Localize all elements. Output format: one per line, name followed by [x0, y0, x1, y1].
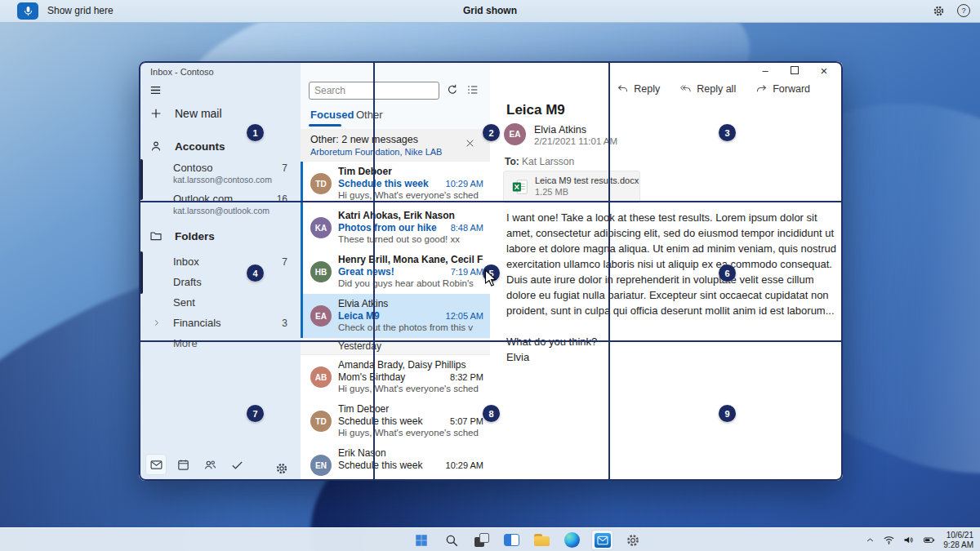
- people-nav-button[interactable]: [199, 454, 220, 475]
- window-title: Inbox - Contoso: [150, 67, 214, 77]
- settings-gear-icon: [626, 533, 640, 548]
- task-view-button[interactable]: [470, 530, 492, 550]
- message-actions: Reply Reply all Forward: [617, 82, 810, 95]
- hamburger-menu-button[interactable]: [149, 83, 163, 97]
- gear-icon: [275, 462, 288, 475]
- mail-nav-button[interactable]: [145, 454, 167, 475]
- screen: Show grid here Grid shown ? Inbox - Cont…: [0, 0, 980, 551]
- attachment-card[interactable]: Leica M9 test results.docx 1.25 MB: [503, 171, 640, 203]
- unread-indicator: [301, 206, 303, 250]
- battery-icon[interactable]: [922, 534, 936, 546]
- envelope-icon: [596, 534, 609, 547]
- avatar: AB: [310, 367, 332, 388]
- avatar: KA: [310, 217, 332, 238]
- unread-count: 7: [282, 256, 287, 268]
- file-explorer-icon: [534, 534, 550, 546]
- mail-sidebar: Inbox - Contoso New mail Accounts Contos…: [139, 61, 301, 481]
- message-body: I want one! Take a look at these test re…: [506, 210, 836, 365]
- taskbar: 10/6/21 9:28 AM: [0, 527, 980, 551]
- minimize-button[interactable]: –: [756, 63, 774, 78]
- filter-icon[interactable]: [466, 83, 479, 96]
- avatar: EN: [310, 455, 332, 476]
- unread-indicator: [301, 250, 303, 294]
- maximize-button[interactable]: [786, 63, 804, 78]
- date-divider: Yesterday: [301, 338, 490, 355]
- close-button[interactable]: ×: [815, 63, 833, 78]
- banner-sender-links[interactable]: Arboretum Foundation, Nike LAB: [310, 147, 442, 157]
- voice-status-text: Grid shown: [0, 5, 980, 16]
- message-item[interactable]: KA Katri Ahokas, Erik Nason Photos from …: [301, 206, 490, 251]
- widgets-button[interactable]: [501, 530, 523, 550]
- todo-nav-button[interactable]: [226, 454, 247, 475]
- settings-button[interactable]: [621, 530, 644, 550]
- unread-count: 7: [282, 162, 287, 174]
- mail-app-button[interactable]: [591, 530, 613, 550]
- avatar: TD: [310, 173, 332, 194]
- search-input[interactable]: [309, 82, 439, 100]
- folders-header[interactable]: Folders: [149, 229, 215, 242]
- reply-button[interactable]: Reply: [617, 82, 660, 95]
- forward-button[interactable]: Forward: [755, 82, 810, 95]
- banner-title: Other: 2 new messages: [310, 134, 418, 145]
- mail-app-icon: [595, 533, 611, 548]
- voice-access-bar: Show grid here Grid shown ?: [0, 0, 980, 23]
- reply-all-icon: [679, 82, 692, 95]
- new-mail-button[interactable]: New mail: [149, 107, 222, 120]
- edge-icon: [564, 532, 580, 548]
- hamburger-icon: [149, 83, 163, 97]
- tray-time: 9:28 AM: [943, 540, 973, 550]
- reading-pane: – × Reply Reply all Forward Leica M9: [490, 61, 843, 481]
- start-button[interactable]: [410, 530, 432, 550]
- volume-icon[interactable]: [902, 534, 915, 546]
- message-list-pane: Focused Other Other: 2 new messages Arbo…: [301, 61, 490, 481]
- person-icon: [149, 140, 163, 153]
- tab-focused[interactable]: Focused: [310, 109, 354, 121]
- message-item-selected[interactable]: EA Elvia Atkins Leica M9 12:05 AM Check …: [301, 294, 490, 339]
- sync-icon[interactable]: [446, 83, 459, 96]
- avatar: HB: [310, 261, 332, 282]
- voice-settings-gear-icon[interactable]: [933, 5, 945, 17]
- start-icon: [414, 533, 429, 548]
- edge-button[interactable]: [561, 530, 583, 550]
- window-controls: – ×: [756, 63, 833, 78]
- message-item[interactable]: TD Tim Deboer Schedule this week 5:07 PM…: [301, 399, 490, 444]
- forward-icon: [755, 82, 768, 95]
- wifi-icon[interactable]: [883, 534, 895, 546]
- mail-settings-button[interactable]: [275, 462, 288, 475]
- search-icon: [444, 533, 459, 548]
- search-button[interactable]: [440, 530, 462, 550]
- tray-date: 10/6/21: [943, 531, 973, 540]
- unread-indicator: [301, 162, 303, 206]
- attachment-name: Leica M9 test results.docx: [535, 176, 639, 185]
- reply-all-button[interactable]: Reply all: [679, 82, 736, 95]
- taskbar-app-icons: [410, 530, 644, 550]
- people-icon: [203, 458, 217, 472]
- chevron-up-icon[interactable]: [865, 535, 875, 545]
- reply-icon: [617, 82, 629, 95]
- calendar-nav-button[interactable]: [172, 454, 194, 475]
- selected-folder-indicator: [140, 251, 143, 294]
- tab-other[interactable]: Other: [356, 109, 383, 121]
- message-item[interactable]: TD Tim Deboer Schedule this week 10:29 A…: [301, 162, 490, 207]
- accounts-header[interactable]: Accounts: [149, 140, 225, 153]
- selected-account-indicator: [140, 159, 143, 200]
- mail-icon: [149, 458, 163, 472]
- folder-icon: [149, 229, 163, 242]
- message-item[interactable]: AB Amanda Brady, Daisy Phillips Mom's Bi…: [301, 355, 490, 400]
- chevron-right-icon: [152, 318, 161, 327]
- avatar: EA: [310, 305, 332, 327]
- arrow-cursor: [484, 269, 497, 287]
- message-item[interactable]: HB Henry Brill, Mona Kane, Cecil Fo Grea…: [301, 250, 490, 295]
- recipient-line: To: Kat Larsson: [505, 156, 574, 167]
- help-icon[interactable]: ?: [957, 4, 970, 17]
- taskbar-clock[interactable]: 10/6/21 9:28 AM: [943, 531, 973, 550]
- close-icon[interactable]: [465, 138, 475, 149]
- avatar: TD: [310, 411, 332, 432]
- message-subject: Leica M9: [506, 102, 565, 118]
- maximize-icon: [791, 66, 799, 74]
- unread-count: 3: [282, 318, 287, 329]
- file-explorer-button[interactable]: [531, 530, 553, 550]
- attachment-size: 1.25 MB: [535, 187, 568, 197]
- new-mail-label: New mail: [175, 107, 222, 120]
- message-item[interactable]: EN Erik Nason Schedule this week 10:29 A…: [301, 443, 490, 481]
